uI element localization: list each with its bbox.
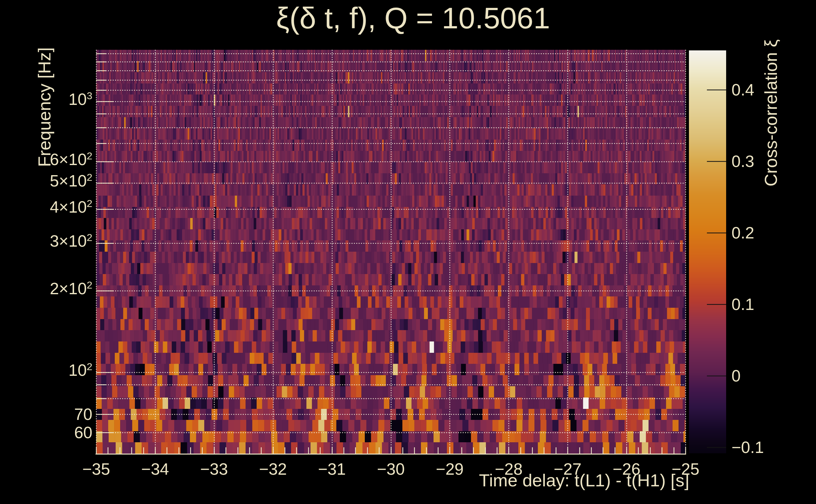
y-tick-label: 103 [23,91,92,108]
chart-title: ξ(δ t, f), Q = 10.5061 [208,3,618,34]
x-tick-label: −34 [130,461,180,478]
y-tick-label: 2×102 [23,280,92,297]
x-tick-label: −31 [307,461,357,478]
y-tick-label: 70 [23,406,92,423]
colorbar-tick-label: −0.1 [732,439,795,456]
x-tick-label: −33 [189,461,239,478]
y-tick-label: 60 [23,424,92,441]
x-tick-label: −29 [424,461,475,478]
cross-correlation-spectrogram-page: { "title": "ξ(δ t, f), Q = 10.5061", "co… [0,0,816,504]
colorbar-tick-label: 0.1 [732,296,795,313]
x-tick-label: −26 [601,461,652,478]
x-tick-label: −27 [542,461,593,478]
x-tick-label: −25 [660,461,711,478]
heatmap-canvas [0,0,816,504]
y-tick-label: 5×102 [23,172,92,190]
colorbar-tick-label: 0.4 [732,81,795,99]
y-tick-label: 6×102 [23,151,92,168]
x-tick-label: −32 [248,461,298,478]
x-tick-label: −28 [483,461,534,478]
colorbar-tick-label: 0.2 [732,224,795,242]
x-tick-label: −30 [366,461,416,478]
colorbar-tick-label: 0 [732,367,795,385]
x-tick-label: −35 [71,461,121,478]
y-tick-label: 3×102 [23,232,92,250]
colorbar-tick-label: 0.3 [732,153,795,170]
y-tick-label: 102 [23,362,92,379]
y-tick-label: 4×102 [23,198,92,216]
